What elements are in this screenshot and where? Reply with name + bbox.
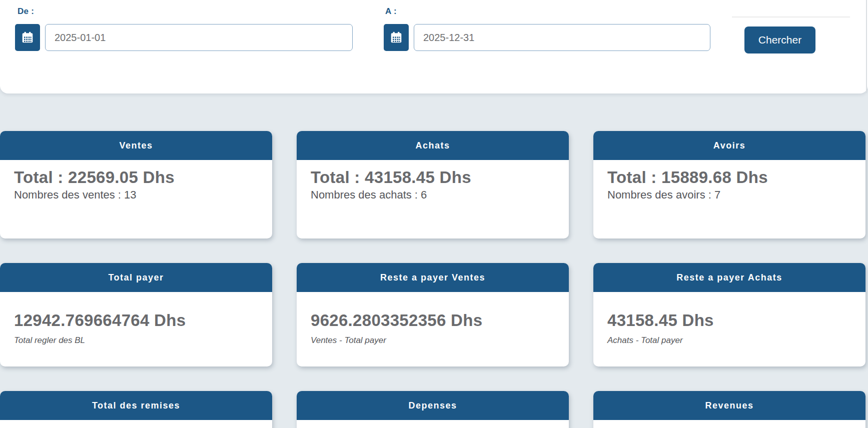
date-from-input[interactable] <box>45 24 353 51</box>
card-title: Total des remises <box>92 400 180 411</box>
card-ventes: Ventes Total : 22569.05 Dhs Nombres des … <box>0 131 272 238</box>
filter-divider-line <box>732 16 850 18</box>
card-subtitle: Nombres des avoirs : 7 <box>607 188 851 202</box>
card-avoirs-body: Total : 15889.68 Dhs Nombres des avoirs … <box>593 160 865 238</box>
card-title: Reste a payer Achats <box>676 272 782 283</box>
card-achats-header: Achats <box>297 131 569 160</box>
card-achats-body: Total : 43158.45 Dhs Nombres des achats … <box>297 160 569 238</box>
calendar-icon <box>21 31 34 44</box>
card-subtitle: Nombres des achats : 6 <box>311 188 555 202</box>
card-title: Depenses <box>408 400 457 411</box>
card-title: Revenues <box>705 400 753 411</box>
card-total-payer-header: Total payer <box>0 263 272 292</box>
card-value: Total : 22569.05 Dhs <box>14 168 258 187</box>
card-value: 9626.2803352356 Dhs <box>311 311 555 330</box>
card-reste-a-payer-achats-body: 43158.45 Dhs Achats - Total payer <box>593 292 865 366</box>
card-reste-a-payer-achats-header: Reste a payer Achats <box>593 263 865 292</box>
cards-grid: Ventes Total : 22569.05 Dhs Nombres des … <box>0 131 865 428</box>
card-title: Ventes <box>119 140 153 151</box>
date-from-calendar-button[interactable] <box>15 24 40 51</box>
card-ventes-body: Total : 22569.05 Dhs Nombres des ventes … <box>0 160 272 238</box>
card-revenues-header: Revenues <box>593 391 865 420</box>
date-to-label: A : <box>385 6 397 16</box>
cards-section: Ventes Total : 22569.05 Dhs Nombres des … <box>0 94 868 428</box>
card-subtitle: Ventes - Total payer <box>311 335 555 346</box>
calendar-icon <box>390 31 403 44</box>
card-value: Total : 43158.45 Dhs <box>311 168 555 187</box>
card-total-des-remises-body <box>0 420 272 428</box>
card-revenues-body <box>593 420 865 428</box>
card-title: Reste a payer Ventes <box>380 272 485 283</box>
card-reste-a-payer-ventes-body: 9626.2803352356 Dhs Ventes - Total payer <box>297 292 569 366</box>
card-total-payer-body: 12942.769664764 Dhs Total regler des BL <box>0 292 272 366</box>
card-subtitle: Nombres des ventes : 13 <box>14 188 258 202</box>
card-avoirs: Avoirs Total : 15889.68 Dhs Nombres des … <box>593 131 865 238</box>
card-reste-a-payer-ventes: Reste a payer Ventes 9626.2803352356 Dhs… <box>297 263 569 366</box>
card-revenues: Revenues <box>593 391 865 428</box>
card-value: Total : 15889.68 Dhs <box>607 168 851 187</box>
dashboard-page: De : <box>0 0 868 428</box>
filter-bar: De : <box>0 0 868 94</box>
card-title: Total payer <box>108 272 164 283</box>
card-total-des-remises-header: Total des remises <box>0 391 272 420</box>
card-reste-a-payer-ventes-header: Reste a payer Ventes <box>297 263 569 292</box>
card-depenses-body <box>297 420 569 428</box>
right-edge-divider <box>866 0 867 93</box>
card-reste-a-payer-achats: Reste a payer Achats 43158.45 Dhs Achats… <box>593 263 865 366</box>
date-from-label: De : <box>18 6 34 16</box>
card-title: Achats <box>415 140 450 151</box>
card-total-payer: Total payer 12942.769664764 Dhs Total re… <box>0 263 272 366</box>
search-button[interactable]: Chercher <box>744 26 815 54</box>
date-to-input[interactable] <box>414 24 710 51</box>
card-title: Avoirs <box>713 140 745 151</box>
card-subtitle: Total regler des BL <box>14 335 258 346</box>
date-to-calendar-button[interactable] <box>384 24 409 51</box>
card-value: 12942.769664764 Dhs <box>14 311 258 330</box>
card-depenses-header: Depenses <box>297 391 569 420</box>
card-achats: Achats Total : 43158.45 Dhs Nombres des … <box>297 131 569 238</box>
card-avoirs-header: Avoirs <box>593 131 865 160</box>
card-subtitle: Achats - Total payer <box>607 335 851 346</box>
card-total-des-remises: Total des remises <box>0 391 272 428</box>
card-value: 43158.45 Dhs <box>607 311 851 330</box>
card-depenses: Depenses <box>297 391 569 428</box>
card-ventes-header: Ventes <box>0 131 272 160</box>
